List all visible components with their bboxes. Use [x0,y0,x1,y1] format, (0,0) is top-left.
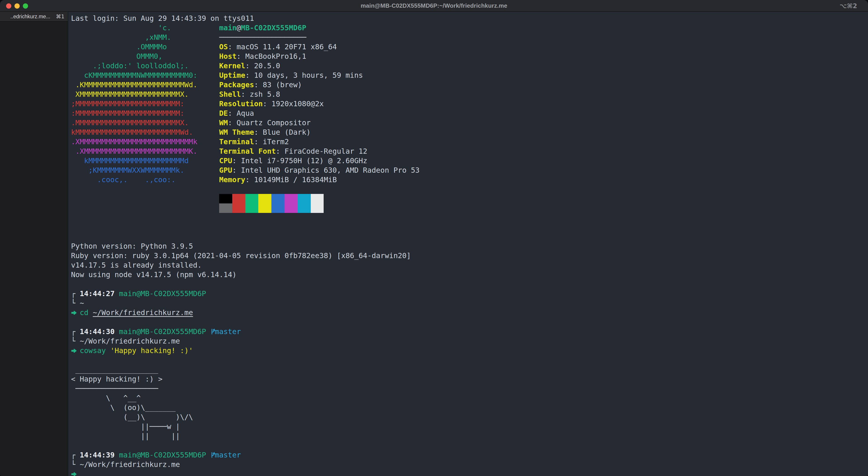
tab-shortcut-badge: ⌘1 [56,13,64,20]
terminal-text: @ [237,24,241,32]
terminal-text [71,204,219,212]
terminal-line: cd ~/Work/friedrichkurz.me [71,308,868,317]
terminal-text: kMMMMMMMMMMMMMMMMMMMMMMMMWd. [71,128,219,137]
tab-friedrichkurz[interactable]: ..edrichkurz.me... ⌘1 [0,12,68,22]
terminal-text: Last login: Sun Aug 29 14:43:39 on ttys0… [71,14,254,23]
terminal-text: WM Theme [219,128,254,137]
tab-sidebar: ..edrichkurz.me... ⌘1 [0,12,68,476]
prompt-arrow-icon [71,308,75,317]
terminal-line: └ ~/Work/friedrichkurz.me [71,336,868,346]
terminal-line: .;loddo:' loolloddol;. Kernel: 20.5.0 [71,61,868,70]
terminal-line: || || [71,431,868,441]
terminal-text: 14:44:39 [80,451,115,459]
terminal-text [206,327,210,336]
terminal-line: \ ^__^ [71,393,868,403]
terminal-text: master [215,451,241,459]
terminal-text: cKMMMMMMMMMMNWMMMMMMMMMM0: [71,71,219,79]
terminal-text: Shell [219,90,241,99]
terminal-line: Python version: Python 3.9.5 [71,241,868,251]
terminal-text: ||────w | [71,422,180,431]
terminal-text: master [215,327,241,336]
terminal-text: 'Happy hacking! :)' [110,346,193,355]
ansi-color-swatch [219,194,232,203]
terminal-text: : 83 (brew) [254,80,302,89]
close-button[interactable] [6,3,11,9]
terminal-text: : 20.5.0 [245,62,280,70]
terminal-text: ,xNMM. [71,33,219,42]
terminal-text: ~/Work/friedrichkurz.me [80,337,180,345]
terminal-text: \ ^__^ [71,394,141,402]
terminal-line: ;MMMMMMMMMMMMMMMMMMMMMMMM: Resolution: 1… [71,99,868,108]
zoom-button[interactable] [23,3,28,9]
terminal-text: : Intel UHD Graphics 630, AMD Radeon Pro… [232,166,420,174]
iterm-window: main@MB-C02DX555MD6P:~/Work/friedrichkur… [0,0,868,476]
terminal-text: main@MB-C02DX555MD6P [119,327,206,336]
terminal-text: Packages [219,80,254,89]
terminal-line [71,232,868,241]
terminal-line [71,194,868,203]
terminal-text: : macOS 11.4 20F71 x86_64 [228,42,337,51]
terminal-line: Now using node v14.17.5 (npm v6.14.14) [71,270,868,279]
ansi-color-swatch [311,194,324,203]
terminal-text: .cooc,. .,coo:. [71,175,219,184]
terminal-line: ,xNMM. ──────────────────── [71,33,868,42]
terminal-text: cd [80,308,89,317]
terminal-text: ~/Work/friedrichkurz.me [93,308,193,317]
terminal-line [71,203,868,213]
ansi-color-swatch [219,203,232,213]
terminal-text: .;loddo:' loolloddol;. [71,62,219,70]
terminal-text [88,308,93,317]
terminal-text: : zsh 5.8 [241,90,280,99]
minimize-button[interactable] [14,3,20,9]
terminal-text: 14:44:27 [80,289,115,298]
terminal-line: kMMMMMMMMMMMMMMMMMMMMMMMMWd. WM Theme: B… [71,128,868,137]
terminal-text: cowsay [80,346,106,355]
terminal-line [71,279,868,289]
terminal-text: Kernel [219,62,245,70]
terminal-text: Terminal Font [219,147,276,156]
terminal-text: .OMMMMo [71,42,219,51]
terminal-text: || || [71,432,180,440]
terminal-text: : iTerm2 [254,137,289,146]
terminal-line: Ruby version: ruby 3.0.1p64 (2021-04-05 … [71,251,868,260]
terminal-text: Now using node v14.17.5 (npm v6.14.14) [71,270,237,279]
terminal-text: :MMMMMMMMMMMMMMMMMMMMMMMM: [71,109,219,117]
terminal-text: └ [71,337,80,345]
terminal-text: ___________________ [71,365,158,374]
terminal-line [71,184,868,194]
terminal-text: Uptime [219,71,245,79]
terminal-line: kMMMMMMMMMMMMMMMMMMMMMMd CPU: Intel i7-9… [71,156,868,165]
terminal-text: : Blue (Dark) [254,128,311,137]
terminal-text [115,451,119,459]
terminal-text: └ [71,460,80,469]
terminal-text: Terminal [219,137,254,146]
terminal-line: .KMMMMMMMMMMMMMMMMMMMMMMMWd. Packages: 8… [71,80,868,90]
titlebar[interactable]: main@MB-C02DX555MD6P:~/Work/friedrichkur… [0,0,868,12]
ansi-color-swatch [245,194,258,203]
terminal-line [71,441,868,450]
terminal-line: cowsay 'Happy hacking! :)' [71,346,868,355]
ansi-color-swatch [284,203,298,213]
terminal-screen[interactable]: Last login: Sun Aug 29 14:43:39 on ttys0… [68,12,868,476]
terminal-text: : FiraCode-Regular 12 [276,147,367,156]
terminal-text [115,327,119,336]
terminal-text: OS [219,42,228,51]
terminal-text: MB-C02DX555MD6P [241,24,306,32]
terminal-line: ┌ 14:44:30 main@MB-C02DX555MD6P master [71,327,868,336]
git-branch-icon [211,450,215,460]
terminal-text: 14:44:30 [80,327,115,336]
terminal-line: └ ~ [71,298,868,308]
terminal-text: main [219,24,237,32]
terminal-line: cKMMMMMMMMMMNWMMMMMMMMMM0: Uptime: 10 da… [71,70,868,80]
terminal-line [71,223,868,232]
terminal-text: : Quartz Compositor [228,118,311,127]
terminal-line: Last login: Sun Aug 29 14:43:39 on ttys0… [71,13,868,23]
terminal-text: ;MMMMMMMMMMMMMMMMMMMMMMMM: [71,99,219,108]
terminal-line: 'c. main@MB-C02DX555MD6P [71,23,868,33]
terminal-text: main@MB-C02DX555MD6P [119,289,206,298]
terminal-text: 'c. [71,24,219,32]
terminal-line: ┌ 14:44:39 main@MB-C02DX555MD6P master [71,450,868,460]
terminal-line: ;KMMMMMMMWXXWMMMMMMMk. GPU: Intel UHD Gr… [71,165,868,175]
prompt-arrow-icon [71,469,75,476]
ansi-color-swatch [298,194,311,203]
